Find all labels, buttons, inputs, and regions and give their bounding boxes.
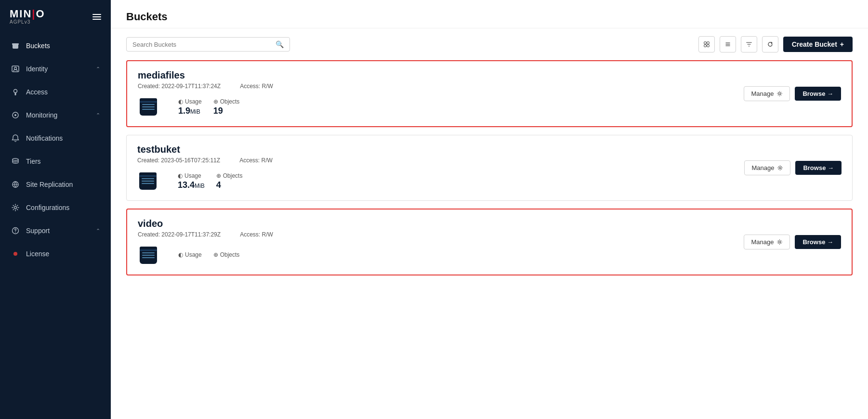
svg-point-8: [13, 158, 18, 160]
bucket-info-mediafiles: mediafiles Created: 2022-09-17T11:37:24Z…: [138, 70, 734, 118]
bucket-stats-mediafiles: ◐ Usage 1.9MiB ⊕ Objects 19: [138, 96, 734, 118]
sidebar-nav: Buckets Identity ⌃ Access: [0, 29, 111, 419]
manage-button-video[interactable]: Manage: [744, 235, 790, 249]
usage-stat-testbuket: ◐ Usage 13.4MiB: [178, 172, 205, 190]
svg-rect-13: [704, 42, 706, 44]
objects-stat-mediafiles: ⊕ Objects 19: [213, 98, 240, 116]
sidebar-item-support[interactable]: Support ⌃: [0, 219, 111, 242]
tiers-icon: [11, 157, 20, 166]
access-icon: [11, 87, 20, 97]
objects-label: Objects: [220, 98, 240, 105]
list-view-button[interactable]: [720, 36, 736, 52]
search-input[interactable]: [132, 41, 272, 48]
create-bucket-plus-icon: +: [840, 40, 844, 48]
sidebar-license-label: License: [26, 250, 100, 258]
usage-label: Usage: [185, 98, 202, 105]
sidebar-item-tiers[interactable]: Tiers: [0, 150, 111, 173]
bucket-name-video: video: [138, 218, 734, 229]
chevron-down-icon2: ⌃: [96, 112, 100, 118]
bucket-row-testbuket: testbuket Created: 2023-05-16T07:25:11Z …: [126, 135, 853, 201]
logo-version: AGPLv3: [10, 19, 30, 25]
bucket-barrel-icon3: [140, 247, 157, 264]
sidebar-item-notifications[interactable]: Notifications: [0, 127, 111, 150]
bucket-icon: [11, 41, 20, 51]
usage-label2: Usage: [184, 172, 201, 179]
gear-icon2: [777, 165, 783, 171]
logo-minio: MIN|O: [10, 9, 45, 19]
usage-stat-video: ◐ Usage: [178, 251, 202, 259]
objects-value-mediafiles: 19: [213, 106, 240, 116]
sidebar-monitoring-label: Monitoring: [26, 111, 90, 119]
sidebar-buckets-label: Buckets: [26, 42, 100, 50]
sidebar-configurations-label: Configurations: [26, 204, 100, 211]
svg-rect-16: [707, 45, 709, 47]
page-header: Buckets: [111, 0, 868, 28]
usage-icon3: ◐: [178, 251, 183, 258]
toolbar: 🔍: [111, 28, 868, 60]
bucket-created-mediafiles: Created: 2022-09-17T11:37:24Z: [138, 83, 221, 90]
browse-button-testbuket[interactable]: Browse →: [795, 161, 842, 175]
sidebar-item-configurations[interactable]: Configurations: [0, 196, 111, 219]
create-bucket-button[interactable]: Create Bucket +: [783, 37, 853, 52]
bucket-created-video: Created: 2022-09-17T11:37:29Z: [138, 231, 221, 238]
bucket-actions-testbuket: Manage Browse →: [744, 160, 842, 175]
bucket-meta-mediafiles: Created: 2022-09-17T11:37:24Z Access: R/…: [138, 83, 734, 90]
manage-button-testbuket[interactable]: Manage: [744, 160, 790, 175]
objects-stat-video: ⊕ Objects: [213, 251, 240, 259]
bucket-info-testbuket: testbuket Created: 2023-05-16T07:25:11Z …: [137, 144, 735, 192]
sidebar-item-buckets[interactable]: Buckets: [0, 34, 111, 57]
hamburger-icon[interactable]: [92, 14, 101, 20]
sidebar-item-access[interactable]: Access: [0, 80, 111, 104]
refresh-button[interactable]: [762, 36, 778, 52]
identity-icon: [11, 64, 20, 74]
usage-value-testbuket: 13.4MiB: [178, 180, 205, 190]
notifications-icon: [11, 133, 20, 143]
browse-button-mediafiles[interactable]: Browse →: [795, 87, 841, 101]
svg-point-10: [14, 207, 17, 209]
logo-text: MIN|O AGPLv3: [10, 9, 45, 25]
svg-rect-1: [12, 43, 19, 45]
usage-label3: Usage: [185, 251, 202, 258]
bucket-access-video: Access: R/W: [240, 231, 273, 238]
bucket-info-video: video Created: 2022-09-17T11:37:29Z Acce…: [138, 218, 734, 266]
bucket-created-testbuket: Created: 2023-05-16T07:25:11Z: [137, 157, 220, 164]
browse-button-video[interactable]: Browse →: [795, 235, 841, 249]
bucket-row-mediafiles: mediafiles Created: 2022-09-17T11:37:24Z…: [126, 60, 853, 127]
sidebar-item-site-replication[interactable]: Site Replication: [0, 173, 111, 196]
sidebar-item-monitoring[interactable]: Monitoring ⌃: [0, 104, 111, 127]
objects-icon2: ⊕: [216, 172, 221, 179]
objects-label2: Objects: [223, 172, 243, 179]
bucket-actions-mediafiles: Manage Browse →: [744, 86, 841, 101]
license-red-dot: [13, 252, 17, 256]
objects-stat-testbuket: ⊕ Objects 4: [216, 172, 243, 190]
bucket-name-testbuket: testbuket: [137, 144, 735, 155]
svg-point-21: [779, 167, 781, 169]
grid-view-button[interactable]: [698, 36, 715, 52]
search-box: 🔍: [126, 37, 290, 52]
gear-icon: [776, 91, 783, 97]
filter-button[interactable]: [741, 36, 757, 52]
objects-icon: ⊕: [213, 98, 218, 105]
page-title: Buckets: [126, 11, 853, 23]
bucket-barrel-icon2: [139, 172, 157, 190]
sidebar-site-replication-label: Site Replication: [26, 181, 100, 188]
usage-value-mediafiles: 1.9MiB: [178, 106, 202, 116]
bucket-actions-video: Manage Browse →: [744, 235, 841, 249]
sidebar-access-label: Access: [26, 88, 100, 96]
sidebar-item-identity[interactable]: Identity ⌃: [0, 57, 111, 80]
manage-button-mediafiles[interactable]: Manage: [744, 86, 790, 101]
svg-point-20: [779, 93, 781, 95]
license-icon: [11, 249, 20, 259]
sidebar-identity-label: Identity: [26, 65, 90, 73]
sidebar-item-license[interactable]: License: [0, 242, 111, 265]
bucket-row-video: video Created: 2022-09-17T11:37:29Z Acce…: [126, 209, 853, 275]
bucket-meta-testbuket: Created: 2023-05-16T07:25:11Z Access: R/…: [137, 157, 735, 164]
buckets-list: mediafiles Created: 2022-09-17T11:37:24Z…: [111, 60, 868, 419]
svg-rect-5: [15, 92, 16, 95]
bucket-icon-testbuket: [137, 170, 158, 192]
svg-point-4: [14, 90, 17, 93]
sidebar-notifications-label: Notifications: [26, 134, 100, 142]
bucket-stats-video: ◐ Usage ⊕ Objects: [138, 245, 734, 266]
svg-point-7: [14, 114, 16, 116]
bucket-access-mediafiles: Access: R/W: [240, 83, 273, 90]
